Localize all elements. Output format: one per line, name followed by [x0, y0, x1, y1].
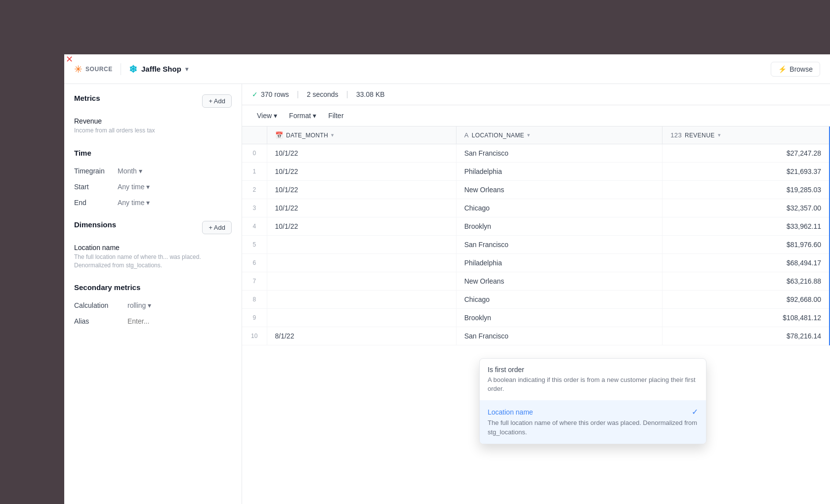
- alias-row: Alias: [74, 313, 232, 329]
- th-index: [242, 126, 267, 144]
- dropdown-item-location-name-label: Location name: [488, 408, 533, 416]
- end-row: End Any time ▾: [74, 195, 232, 210]
- table-row: 3 10/1/22 Chicago $32,357.00: [242, 199, 830, 217]
- cell-date-5: [267, 236, 456, 254]
- stat-divider-1: |: [297, 90, 299, 99]
- cell-index-9: 9: [242, 309, 267, 327]
- content-area: Metrics + Add Revenue Income from all or…: [64, 84, 830, 504]
- query-time: 2 seconds: [307, 90, 338, 98]
- header-bar: ✳ SOURCE ❄ Jaffle Shop ▾ ⚡ Browse: [64, 54, 830, 84]
- th-date-label: DATE_MONTH: [286, 132, 328, 139]
- cell-revenue-9: $108,481.12: [663, 309, 830, 327]
- metric-revenue-desc: Income from all orders less tax: [74, 126, 232, 135]
- shop-name-label: Jaffle Shop: [141, 65, 181, 73]
- cell-location-0: San Francisco: [456, 144, 663, 163]
- browse-button[interactable]: ⚡ Browse: [771, 62, 820, 77]
- end-value: Any time: [118, 199, 144, 207]
- filter-label: Filter: [328, 112, 343, 120]
- th-date-month[interactable]: 📅 DATE_MONTH ▾: [267, 126, 456, 144]
- cell-index-6: 6: [242, 254, 267, 272]
- format-button[interactable]: Format ▾: [284, 109, 321, 122]
- stats-bar: ✓ 370 rows | 2 seconds | 33.08 KB: [242, 84, 830, 105]
- cell-location-8: Chicago: [456, 291, 663, 309]
- source-logo: ✳ SOURCE: [74, 63, 113, 75]
- close-button[interactable]: ✕: [63, 53, 75, 65]
- toolbar: View ▾ Format ▾ Filter: [242, 105, 830, 126]
- time-stat: 2 seconds: [307, 90, 338, 98]
- cell-index-1: 1: [242, 163, 267, 181]
- cell-revenue-10: $78,216.14: [663, 327, 830, 345]
- sidebar: Metrics + Add Revenue Income from all or…: [64, 84, 242, 504]
- cell-date-2: 10/1/22: [267, 181, 456, 199]
- table-row: 8 Chicago $92,668.00: [242, 291, 830, 309]
- table-row: 7 New Orleans $63,216.88: [242, 272, 830, 291]
- dropdown-item-first-order[interactable]: Is first order A boolean indicating if t…: [480, 359, 706, 400]
- filter-button[interactable]: Filter: [323, 109, 348, 122]
- shop-selector[interactable]: ❄ Jaffle Shop ▾: [129, 63, 188, 75]
- rows-count: 370 rows: [261, 90, 289, 98]
- cell-revenue-4: $33,962.11: [663, 217, 830, 236]
- metric-revenue-item: Revenue Income from all orders less tax: [74, 113, 232, 139]
- dimension-dropdown: Is first order A boolean indicating if t…: [479, 358, 706, 444]
- table-row: 10 8/1/22 San Francisco $78,216.14: [242, 327, 830, 345]
- cell-revenue-1: $21,693.37: [663, 163, 830, 181]
- source-label: SOURCE: [85, 66, 113, 73]
- cell-revenue-2: $19,285.03: [663, 181, 830, 199]
- timegrain-label: Timegrain: [74, 167, 114, 175]
- alias-input[interactable]: [127, 317, 214, 325]
- start-selector[interactable]: Any time ▾: [118, 183, 150, 191]
- cell-index-2: 2: [242, 181, 267, 199]
- dimension-location-item: Location name The full location name of …: [74, 240, 232, 274]
- calculation-label: Calculation: [74, 301, 124, 309]
- date-col-chevron-icon: ▾: [331, 132, 334, 138]
- background-top: [0, 0, 830, 54]
- cell-revenue-6: $68,494.17: [663, 254, 830, 272]
- cell-date-6: [267, 254, 456, 272]
- timegrain-selector[interactable]: Month ▾: [118, 167, 142, 175]
- size-stat: 33.08 KB: [356, 90, 385, 98]
- cell-location-10: San Francisco: [456, 327, 663, 345]
- metrics-title: Metrics: [74, 94, 100, 102]
- add-metric-button[interactable]: + Add: [202, 94, 232, 108]
- cell-date-1: 10/1/22: [267, 163, 456, 181]
- metrics-section-header: Metrics + Add: [74, 94, 232, 108]
- cell-location-5: San Francisco: [456, 236, 663, 254]
- time-section: Time Timegrain Month ▾ Start Any time ▾: [74, 149, 232, 210]
- start-row: Start Any time ▾: [74, 179, 232, 195]
- right-content: ✓ 370 rows | 2 seconds | 33.08 KB View ▾: [242, 84, 830, 504]
- browse-label: Browse: [789, 65, 813, 73]
- calculation-value: rolling: [127, 301, 146, 309]
- cell-index-4: 4: [242, 217, 267, 236]
- cell-date-0: 10/1/22: [267, 144, 456, 163]
- dropdown-item-first-order-name: Is first order: [488, 366, 698, 374]
- add-dimension-button[interactable]: + Add: [202, 221, 232, 234]
- start-value: Any time: [118, 183, 144, 191]
- dropdown-item-check-icon: ✓: [692, 407, 698, 417]
- time-title: Time: [74, 149, 232, 157]
- calculation-selector[interactable]: rolling ▾: [127, 301, 151, 309]
- table-row: 5 San Francisco $81,976.60: [242, 236, 830, 254]
- table-row: 6 Philadelphia $68,494.17: [242, 254, 830, 272]
- th-revenue[interactable]: 123 REVENUE ▾: [663, 126, 830, 144]
- cell-date-3: 10/1/22: [267, 199, 456, 217]
- alias-label: Alias: [74, 317, 124, 325]
- cell-location-4: Brooklyn: [456, 217, 663, 236]
- th-location-name[interactable]: A LOCATION_NAME ▾: [456, 126, 663, 144]
- dimensions-section: Dimensions + Add Location name The full …: [74, 220, 232, 274]
- cell-date-4: 10/1/22: [267, 217, 456, 236]
- start-chevron-icon: ▾: [146, 183, 150, 191]
- th-location-label: LOCATION_NAME: [472, 132, 524, 139]
- cell-revenue-3: $32,357.00: [663, 199, 830, 217]
- data-table-container: 📅 DATE_MONTH ▾ A LOCATION_NAME ▾: [242, 126, 830, 504]
- view-button[interactable]: View ▾: [252, 109, 282, 122]
- shop-chevron-icon: ▾: [185, 66, 188, 73]
- end-selector[interactable]: Any time ▾: [118, 199, 150, 207]
- rows-stat: ✓ 370 rows: [252, 90, 289, 98]
- cell-location-3: Chicago: [456, 199, 663, 217]
- cell-location-7: New Orleans: [456, 272, 663, 291]
- dropdown-item-location-desc: The full location name of where this ord…: [488, 419, 698, 436]
- dropdown-item-location-name[interactable]: Location name ✓ The full location name o…: [480, 400, 706, 443]
- revenue-col-chevron-icon: ▾: [718, 132, 721, 138]
- table-body: 0 10/1/22 San Francisco $27,247.28 1 10/…: [242, 144, 830, 345]
- cell-date-7: [267, 272, 456, 291]
